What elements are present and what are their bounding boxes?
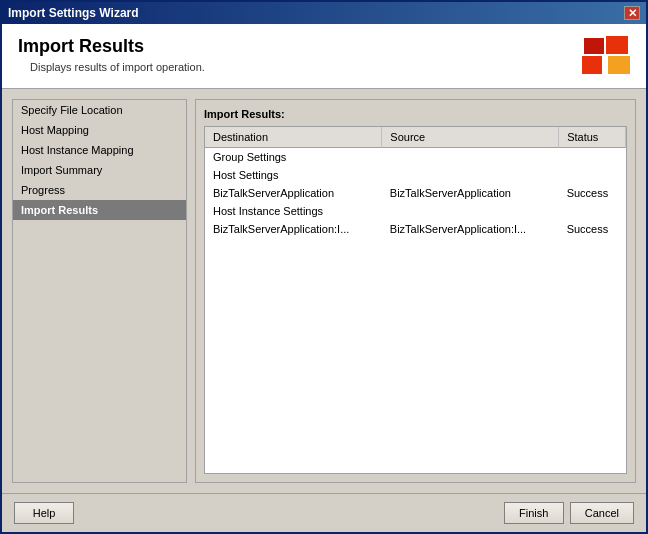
results-table: Destination Source Status Group Settings… — [205, 127, 626, 238]
col-status: Status — [559, 127, 626, 148]
wizard-window: Import Settings Wizard ✕ Import Results … — [0, 0, 648, 534]
header-area: Import Results Displays results of impor… — [2, 24, 646, 89]
sidebar-item-host-instance-mapping[interactable]: Host Instance Mapping — [13, 140, 186, 160]
results-table-container[interactable]: Destination Source Status Group Settings… — [204, 126, 627, 474]
help-button[interactable]: Help — [14, 502, 74, 524]
sidebar-item-progress[interactable]: Progress — [13, 180, 186, 200]
cell-source-biztalk-instance: BizTalkServerApplication:I... — [382, 220, 559, 238]
svg-rect-2 — [584, 38, 604, 54]
close-button[interactable]: ✕ — [624, 6, 640, 20]
sidebar-item-host-mapping[interactable]: Host Mapping — [13, 120, 186, 140]
section-label-host-settings: Host Settings — [205, 166, 626, 184]
sidebar-item-import-summary[interactable]: Import Summary — [13, 160, 186, 180]
sidebar-item-import-results[interactable]: Import Results — [13, 200, 186, 220]
cancel-button[interactable]: Cancel — [570, 502, 634, 524]
cell-destination-biztalk-app: BizTalkServerApplication — [205, 184, 382, 202]
col-destination: Destination — [205, 127, 382, 148]
section-label-host-instance-settings: Host Instance Settings — [205, 202, 626, 220]
section-host-settings: Host Settings — [205, 166, 626, 184]
logo-icon — [582, 36, 630, 76]
header-text-group: Import Results Displays results of impor… — [18, 36, 205, 73]
section-host-instance-settings: Host Instance Settings — [205, 202, 626, 220]
col-source: Source — [382, 127, 559, 148]
section-group-settings: Group Settings — [205, 148, 626, 167]
table-header-row: Destination Source Status — [205, 127, 626, 148]
cell-source-biztalk-app: BizTalkServerApplication — [382, 184, 559, 202]
cell-destination-biztalk-instance: BizTalkServerApplication:I... — [205, 220, 382, 238]
action-buttons: Finish Cancel — [504, 502, 634, 524]
sidebar-item-specify-file-location[interactable]: Specify File Location — [13, 100, 186, 120]
window-title: Import Settings Wizard — [8, 6, 139, 20]
cell-status-biztalk-app: Success — [559, 184, 626, 202]
cell-status-biztalk-instance: Success — [559, 220, 626, 238]
page-title: Import Results — [18, 36, 205, 57]
table-row: BizTalkServerApplication BizTalkServerAp… — [205, 184, 626, 202]
sidebar: Specify File Location Host Mapping Host … — [12, 99, 187, 483]
title-bar-text: Import Settings Wizard — [8, 6, 139, 20]
table-row: BizTalkServerApplication:I... BizTalkSer… — [205, 220, 626, 238]
main-panel: Import Results: Destination Source Statu… — [195, 99, 636, 483]
svg-rect-0 — [606, 36, 628, 54]
content-area: Specify File Location Host Mapping Host … — [2, 89, 646, 493]
main-panel-title: Import Results: — [204, 108, 627, 120]
footer: Help Finish Cancel — [2, 493, 646, 532]
section-label-group-settings: Group Settings — [205, 148, 626, 167]
finish-button[interactable]: Finish — [504, 502, 564, 524]
title-bar: Import Settings Wizard ✕ — [2, 2, 646, 24]
svg-rect-1 — [608, 56, 630, 74]
page-subtitle: Displays results of import operation. — [18, 61, 205, 73]
svg-rect-3 — [582, 56, 602, 74]
